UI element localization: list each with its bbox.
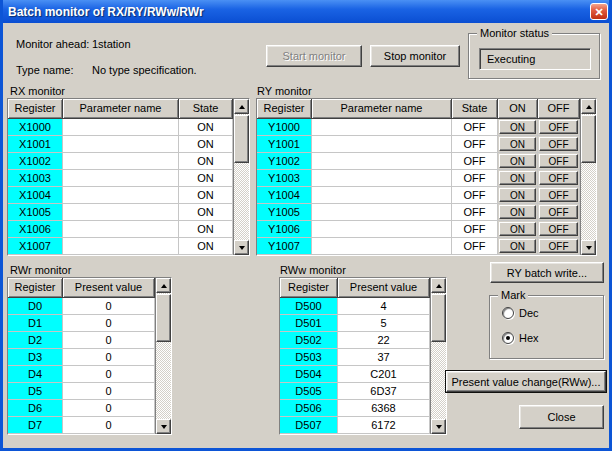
window-title: Batch monitor of RX/RY/RWw/RWr (8, 5, 590, 19)
table-row: Y1001OFFONOFF (257, 136, 580, 153)
register-cell: D0 (8, 298, 63, 315)
column-header: Present value (63, 278, 155, 298)
ry-on: ON (498, 153, 538, 170)
ry-on-button[interactable]: ON (499, 239, 536, 253)
column-header: State (452, 99, 498, 119)
start-monitor-button[interactable]: Start monitor (266, 45, 362, 67)
table-row: Y1000OFFONOFF (257, 119, 580, 136)
ry-scrollbar[interactable] (580, 99, 596, 255)
rx-monitor-title: RX monitor (10, 85, 65, 97)
register-cell: D5 (8, 383, 63, 400)
state-cell: ON (179, 136, 233, 153)
table-row: X1004ON (8, 187, 233, 204)
register-cell: D505 (280, 383, 338, 400)
table-row: Y1003OFFONOFF (257, 170, 580, 187)
parameter-name-cell (63, 136, 179, 153)
register-cell: Y1004 (257, 187, 312, 204)
register-cell: D501 (280, 315, 338, 332)
table-row: Y1004OFFONOFF (257, 187, 580, 204)
ry-off-button[interactable]: OFF (539, 171, 578, 185)
register-cell: D7 (8, 417, 63, 434)
scroll-down-icon[interactable] (581, 240, 596, 255)
scroll-thumb[interactable] (156, 294, 171, 342)
parameter-name-cell (312, 170, 452, 187)
scroll-up-icon[interactable] (581, 99, 596, 114)
batch-monitor-dialog: Batch monitor of RX/RY/RWw/RWr ✕ Monitor… (0, 0, 612, 451)
ry-on-button[interactable]: ON (499, 137, 536, 151)
present-value-change-button[interactable]: Present value change(RWw)... (446, 371, 606, 392)
title-bar[interactable]: Batch monitor of RX/RY/RWw/RWr ✕ (0, 0, 612, 23)
scroll-down-icon[interactable] (156, 419, 171, 434)
rwr-body: D00D10D20D30D40D50D60D70 (8, 298, 155, 434)
rx-monitor-table: Register Parameter name State X1000ONX10… (7, 98, 250, 256)
table-row: D10 (8, 315, 155, 332)
ry-off-button[interactable]: OFF (539, 188, 578, 202)
ry-off-button[interactable]: OFF (539, 154, 578, 168)
scroll-down-icon[interactable] (431, 419, 446, 434)
ry-on-button[interactable]: ON (499, 205, 536, 219)
table-row: D00 (8, 298, 155, 315)
state-cell: OFF (452, 204, 498, 221)
ry-batch-write-button[interactable]: RY batch write... (490, 262, 604, 283)
table-row: Y1006OFFONOFF (257, 221, 580, 238)
register-cell: X1000 (8, 119, 63, 136)
register-cell: D507 (280, 417, 338, 434)
ry-off-button[interactable]: OFF (539, 137, 578, 151)
state-cell: ON (179, 170, 233, 187)
rwr-monitor-title: RWr monitor (10, 264, 71, 276)
rwr-monitor-table: Register Present value D00D10D20D30D40D5… (7, 277, 172, 435)
scroll-up-icon[interactable] (234, 99, 249, 114)
rww-monitor-title: RWw monitor (280, 264, 346, 276)
scroll-thumb[interactable] (581, 115, 596, 163)
table-row: D5066368 (280, 400, 430, 417)
ry-on: ON (498, 238, 538, 255)
ry-off-button[interactable]: OFF (539, 239, 578, 253)
register-cell: X1004 (8, 187, 63, 204)
register-cell: D2 (8, 332, 63, 349)
hex-radio-row[interactable]: Hex (502, 332, 539, 344)
state-cell: OFF (452, 136, 498, 153)
table-row: X1002ON (8, 153, 233, 170)
register-cell: X1007 (8, 238, 63, 255)
table-row: X1000ON (8, 119, 233, 136)
rww-header: Register Present value (280, 278, 430, 298)
ry-on-button[interactable]: ON (499, 171, 536, 185)
present-value-cell: C201 (338, 366, 430, 383)
parameter-name-cell (312, 136, 452, 153)
present-value-cell: 4 (338, 298, 430, 315)
ry-off-button[interactable]: OFF (539, 120, 578, 134)
hex-radio[interactable] (502, 332, 514, 344)
ry-off-button[interactable]: OFF (539, 205, 578, 219)
ry-off: OFF (538, 153, 580, 170)
rwr-scrollbar[interactable] (155, 278, 171, 434)
stop-monitor-button[interactable]: Stop monitor (370, 45, 460, 67)
scroll-up-icon[interactable] (431, 278, 446, 293)
ry-on-button[interactable]: ON (499, 222, 536, 236)
ry-on-button[interactable]: ON (499, 154, 536, 168)
table-row: D5004 (280, 298, 430, 315)
ry-on-button[interactable]: ON (499, 188, 536, 202)
close-icon[interactable]: ✕ (590, 3, 608, 20)
rx-scrollbar[interactable] (233, 99, 249, 255)
ry-off-button[interactable]: OFF (539, 222, 578, 236)
dec-radio-row[interactable]: Dec (502, 307, 539, 319)
register-cell: X1003 (8, 170, 63, 187)
scroll-thumb[interactable] (234, 115, 249, 163)
scroll-thumb[interactable] (431, 294, 446, 342)
state-cell: ON (179, 238, 233, 255)
rww-scrollbar[interactable] (430, 278, 446, 434)
ry-on-button[interactable]: ON (499, 120, 536, 134)
rx-body: X1000ONX1001ONX1002ONX1003ONX1004ONX1005… (8, 119, 233, 255)
scroll-down-icon[interactable] (234, 240, 249, 255)
dec-radio[interactable] (502, 307, 514, 319)
table-row: D70 (8, 417, 155, 434)
column-header: Register (257, 99, 312, 119)
parameter-name-cell (63, 153, 179, 170)
scroll-up-icon[interactable] (156, 278, 171, 293)
close-button[interactable]: Close (519, 405, 604, 429)
column-header: Register (8, 278, 63, 298)
table-row: D5056D37 (280, 383, 430, 400)
table-row: Y1005OFFONOFF (257, 204, 580, 221)
column-header: Present value (338, 278, 430, 298)
ry-on: ON (498, 136, 538, 153)
